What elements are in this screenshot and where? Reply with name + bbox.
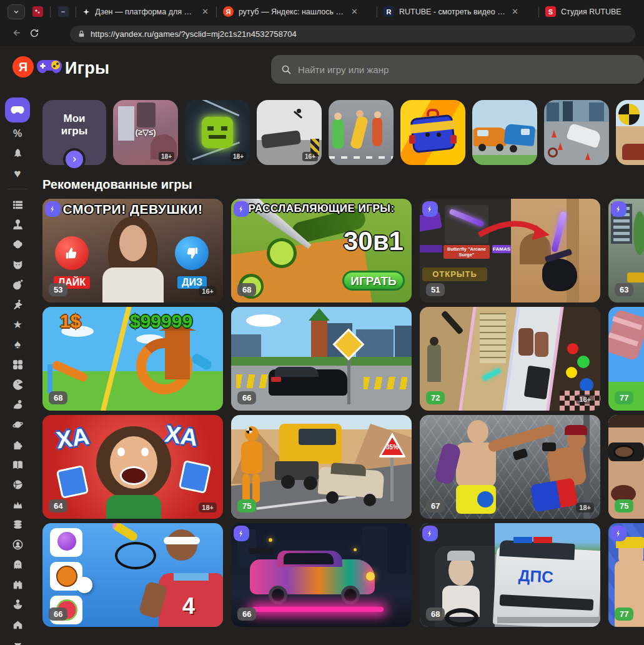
sidebar-item-sea[interactable] [0,594,35,614]
search-icon [281,64,292,75]
tab-list-chevron-button[interactable] [7,4,25,19]
game-thumbnail: РАССЛАБЛЯЮЩИЕ ИГРЫ: 30в1 ИГРАТЬ [231,199,412,302]
game-card-draw-basketball[interactable]: 4 66 [42,523,223,627]
sidebar-item-adventures[interactable] [0,394,35,414]
avatar-icon [12,539,24,551]
expensive-label: $99999 [130,311,192,332]
game-card-mma-fight[interactable]: 67 18+ [420,415,600,519]
sidebar-item-games[interactable] [0,96,35,124]
sidebar-item-new[interactable] [0,144,35,164]
play-button-label: ИГРАТЬ [342,271,405,291]
game-card-likes-girls[interactable]: СМОТРИ! ДЕВУШКИ! ЛАЙК ДИЗ 53 16+ [42,199,223,302]
sidebar-scroll-more[interactable] [0,634,35,645]
rutube-studio-icon: S [545,6,556,17]
sidebar-item-sports[interactable] [0,294,35,314]
my-games-arrow-button[interactable] [63,148,86,171]
carousel-game-stickman-crash[interactable]: 16+ [257,100,322,165]
sidebar-item-defense[interactable] [0,574,35,594]
sidebar-item-puzzle[interactable] [0,434,35,454]
sidebar-item-all-categories[interactable] [0,194,35,214]
sidebar-item-action[interactable] [0,274,35,294]
sidebar-item-logic[interactable] [0,234,35,254]
carousel-game-cars-crash[interactable] [472,100,537,165]
carousel-game-pedestrians[interactable] [329,100,394,165]
game-card-partial-2[interactable]: 77 [608,307,644,411]
puzzle-piece-icon [12,439,24,451]
game-card-partial-3[interactable]: 75 [608,415,644,519]
sidebar-item-multiplayer[interactable] [0,534,35,554]
game-card-fps-collage[interactable]: 72 18+ [420,307,600,411]
cat-icon [12,259,24,271]
game-card-partial-4[interactable]: 77 [608,523,644,627]
carousel-game-anime-city[interactable]: (≥▽≤) 18+ [113,100,178,165]
tab-dzen[interactable]: Дзен — платформа для просмо ✕ [76,2,216,21]
game-thumbnail: ХА ХА [42,415,223,519]
game-card-crash-test[interactable]: 35% 75 [231,415,412,519]
castle-icon [12,579,24,591]
sidebar-item-strategy[interactable] [0,494,35,514]
section-title: Рекомендованные игры [42,178,192,192]
sidebar-item-favorites[interactable]: ♥ [0,164,35,184]
pinned-tab-icon [32,6,43,17]
my-games-label: Мои [42,112,106,125]
game-card-haha[interactable]: ХА ХА 64 18+ [42,415,223,519]
game-thumbnail [616,100,644,165]
carousel-game-pixel-face[interactable]: 18+ [185,100,250,165]
tab-close-button[interactable]: ✕ [510,7,520,16]
games-gamepad-logo[interactable] [36,58,62,80]
age-badge: 18+ [199,502,217,512]
game-card-dps-police[interactable]: ДПС 68 [420,523,600,627]
address-bar[interactable]: https://yandex.ru/games/?ysclid=mj2c1s21… [70,26,635,42]
sidebar: % ♥ ★ ♠ [0,96,35,645]
sidebar-item-arcade[interactable] [0,214,35,234]
boost-lightning-badge [611,526,627,541]
game-thumbnail: ДПС [420,523,600,627]
heart-icon: ♥ [14,167,21,181]
carousel-game-car-parking[interactable] [544,100,609,165]
reload-button[interactable] [25,28,44,41]
pinned-tab-1[interactable] [25,2,50,21]
chevron-down-icon [12,639,24,645]
book-icon [12,459,24,471]
sidebar-item-farm[interactable] [0,614,35,634]
sidebar-item-education[interactable] [0,454,35,474]
my-games-card[interactable]: Мои игры [42,100,106,165]
search-bar[interactable]: Найти игру или жанр [271,55,644,84]
sidebar-item-worlds[interactable] [0,414,35,434]
sidebar-item-horror[interactable] [0,554,35,574]
rating-badge: 64 [49,499,67,512]
sidebar-item-sales[interactable]: % [0,124,35,144]
game-card-case-opening[interactable]: Butterfly "Arcane Surge" FAMAS ОТКРЫТЬ 5… [420,199,600,302]
sidebar-item-ball-games[interactable] [0,474,35,494]
tab-title: RUTUBE - смотреть видео онлай [399,8,505,16]
tab-title: Дзен — платформа для просмо [95,8,196,16]
game-card-city-partial[interactable]: 63 [608,199,644,302]
anchor-icon [12,599,24,611]
sidebar-item-puzzles[interactable] [0,354,35,374]
sidebar-item-io[interactable] [0,374,35,394]
game-card-moscow-drive[interactable]: 66 [231,307,412,411]
bomb-icon [12,279,24,291]
yandex-logo[interactable]: Я [12,56,34,78]
game-thumbnail [231,307,412,411]
sidebar-item-cards[interactable]: ♠ [0,334,35,354]
tab-close-button[interactable]: ✕ [350,7,359,16]
back-button[interactable] [6,28,25,41]
sidebar-item-economy[interactable] [0,514,35,534]
game-card-relaxing-games[interactable]: РАССЛАБЛЯЮЩИЕ ИГРЫ: 30в1 ИГРАТЬ 68 [231,199,412,302]
tab-yandex-search[interactable]: Я рутуб — Яндекс: нашлось 2 млн ✕ [217,2,377,21]
carousel-game-crash-test[interactable] [616,100,644,165]
tab-close-button[interactable]: ✕ [201,7,210,16]
tab-rutube[interactable]: R RUTUBE - смотреть видео онлай ✕ [377,2,538,21]
pinned-tab-2[interactable] [51,2,76,21]
thumbnail-subtitle: 30в1 [344,226,404,256]
game-thumbnail [329,100,394,165]
game-card-neon-car[interactable]: 66 [231,523,412,627]
rating-badge: 75 [237,499,256,512]
sidebar-item-casual[interactable]: ★ [0,314,35,334]
carousel-game-brawl-box[interactable] [400,100,465,165]
ball-icon [12,479,24,491]
game-card-waterpark[interactable]: 1$ $99999 68 [42,307,223,411]
tab-rutube-studio[interactable]: S Студия RUTUBE [539,2,644,21]
sidebar-item-kids[interactable] [0,254,35,274]
